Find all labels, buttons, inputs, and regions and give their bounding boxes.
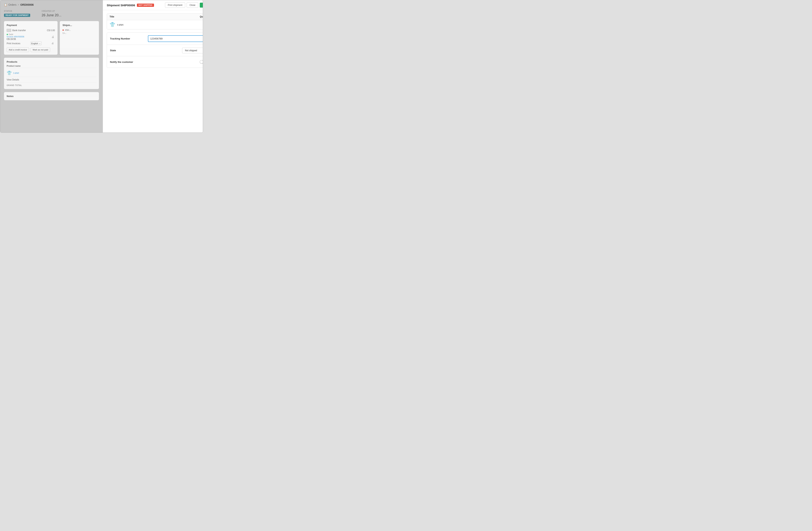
invoice-link[interactable]: Invoice #INV00006 bbox=[6, 35, 24, 38]
shipment-card: Shipm... #SH... 1 i... bbox=[60, 21, 99, 55]
item-name: t-shirt bbox=[117, 23, 124, 26]
product-item: 👕 t-shirt bbox=[6, 70, 96, 77]
breadcrumb-separator: > bbox=[18, 3, 19, 6]
notify-toggle[interactable]: ✕ bbox=[200, 60, 203, 64]
language-selector[interactable]: English ⌄ bbox=[30, 42, 42, 45]
payment-title: Payment bbox=[6, 24, 55, 27]
col-qty-header: Quantity bbox=[200, 15, 203, 18]
state-control-area: Not shipped Shipped Delivered bbox=[148, 48, 203, 53]
debit-dot bbox=[6, 34, 8, 35]
view-details[interactable]: View Details bbox=[6, 77, 96, 83]
shipment-items: 1 i... bbox=[62, 32, 96, 34]
shipment-form: Tracking Number State Not shipped Shippe… bbox=[107, 32, 203, 68]
chevron-down-icon: ⌄ bbox=[39, 42, 41, 45]
tracking-number-row: Tracking Number bbox=[107, 33, 203, 45]
bank-icon bbox=[6, 29, 11, 32]
col-title-header: Title bbox=[110, 15, 114, 18]
item-left: 👕 t-shirt bbox=[110, 22, 124, 27]
tracking-control-area bbox=[148, 35, 203, 42]
notes-card: Notes bbox=[4, 92, 99, 100]
modal-body: Title Quantity 👕 t-shirt 1x Tracking Num… bbox=[103, 10, 203, 133]
items-table-header: Title Quantity bbox=[107, 14, 203, 20]
payment-card: Payment Bank transfer C$ 0.00 Debit bbox=[4, 21, 58, 55]
orders-link[interactable]: Orders bbox=[8, 3, 16, 6]
items-table: Title Quantity 👕 t-shirt 1x bbox=[107, 13, 203, 29]
notify-customer-label: Notify the customer bbox=[110, 61, 148, 63]
status-badge: READY FOR SHIPMENT bbox=[4, 14, 30, 17]
notify-control-area: ✕ bbox=[148, 60, 203, 64]
add-credit-invoice-button[interactable]: Add a credit invoice bbox=[6, 47, 29, 52]
created-date: 26 June 20... bbox=[42, 13, 61, 17]
print-invoice-icon[interactable]: 🖨 bbox=[52, 35, 55, 39]
shipment-dot bbox=[62, 29, 64, 31]
modal-actions: Print shipment Close Save bbox=[165, 2, 203, 8]
save-button[interactable]: Save bbox=[200, 3, 203, 8]
tracking-number-label: Tracking Number bbox=[110, 37, 148, 40]
state-select[interactable]: Not shipped Shipped Delivered bbox=[182, 48, 203, 53]
print-invoices-label: Print Invoices bbox=[6, 42, 20, 45]
state-row: State Not shipped Shipped Delivered bbox=[107, 45, 203, 56]
notify-customer-row: Notify the customer ✕ bbox=[107, 56, 203, 68]
created-at-label: CREATED AT bbox=[42, 10, 61, 12]
background-panel: 📋 Orders > ORD00006 STATUS READY FOR SHI… bbox=[0, 0, 103, 133]
state-label: State bbox=[110, 49, 148, 52]
item-tshirt-icon: 👕 bbox=[110, 22, 115, 27]
modal-title: Shipment SHIP00006 bbox=[107, 4, 135, 7]
status-label: STATUS bbox=[4, 10, 30, 12]
product-link[interactable]: t-shirt bbox=[13, 72, 19, 74]
shipment-ref[interactable]: #SH... bbox=[65, 29, 71, 31]
toggle-switch[interactable] bbox=[200, 60, 203, 64]
bank-amount: C$ 0.00 bbox=[47, 29, 55, 32]
table-row: 👕 t-shirt 1x bbox=[107, 20, 203, 29]
modal-header: Shipment SHIP00006 NOT SHIPPED Print shi… bbox=[103, 0, 203, 10]
products-title: Products bbox=[6, 60, 96, 63]
invoice-amount: C$ 19.55 bbox=[6, 38, 24, 41]
mark-not-paid-button[interactable]: Mark as not paid bbox=[31, 47, 50, 52]
notes-title: Notes bbox=[6, 95, 96, 98]
product-tshirt-icon: 👕 bbox=[6, 71, 12, 76]
product-name-header: Product name bbox=[6, 65, 96, 68]
language-value: English bbox=[31, 42, 38, 45]
debit-label: Debit bbox=[9, 33, 13, 35]
print-language-icon[interactable]: 🖨 bbox=[52, 42, 55, 45]
modal-title-group: Shipment SHIP00006 NOT SHIPPED bbox=[107, 4, 154, 7]
current-order: ORD00006 bbox=[20, 3, 34, 6]
shipment-card-title: Shipm... bbox=[62, 24, 96, 27]
bank-transfer-label: Bank transfer bbox=[12, 29, 26, 32]
orders-icon: 📋 bbox=[4, 3, 7, 6]
breadcrumb: 📋 Orders > ORD00006 bbox=[4, 3, 99, 6]
shipment-modal: Shipment SHIP00006 NOT SHIPPED Print shi… bbox=[103, 0, 203, 133]
tracking-number-input[interactable] bbox=[148, 35, 203, 42]
close-button[interactable]: Close bbox=[187, 2, 198, 8]
products-card: Products Product name 👕 t-shirt View Det… bbox=[4, 58, 99, 89]
grand-total-label: GRAND TOTAL bbox=[6, 83, 96, 86]
not-shipped-badge: NOT SHIPPED bbox=[137, 4, 154, 7]
print-shipment-button[interactable]: Print shipment bbox=[165, 2, 185, 8]
